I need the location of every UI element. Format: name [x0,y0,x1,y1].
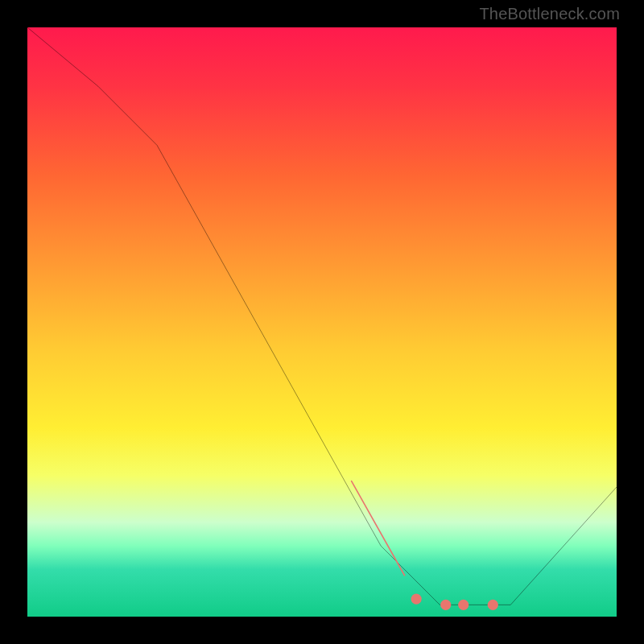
chart-svg [27,27,617,617]
highlight-segment-path [352,481,405,576]
watermark-text: TheBottleneck.com [479,5,620,23]
dot [488,600,498,610]
chart-frame [24,24,620,620]
dot [458,600,469,610]
dot [440,600,451,610]
dot [411,593,422,604]
main-curve-path [27,27,617,605]
chart-stage: TheBottleneck.com [0,0,644,644]
dots-group [411,593,498,609]
